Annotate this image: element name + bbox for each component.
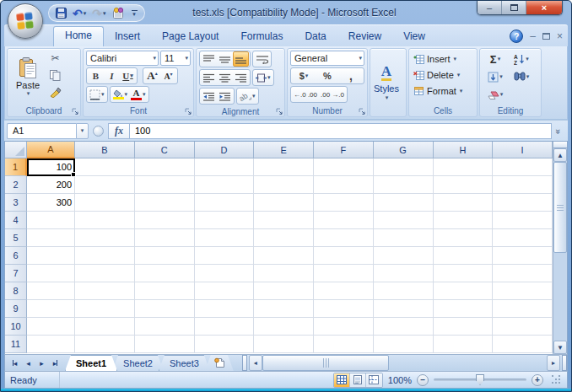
cell-A4[interactable] xyxy=(27,212,75,229)
fill-button[interactable]: ▾ xyxy=(483,69,508,84)
cell-C2[interactable] xyxy=(135,176,195,194)
next-sheet-button[interactable]: ▸ xyxy=(35,357,48,369)
insert-function-button[interactable]: fx xyxy=(108,123,130,139)
cell-D5[interactable] xyxy=(195,229,255,247)
cell-G11[interactable] xyxy=(374,336,434,353)
row-header-3[interactable]: 3 xyxy=(5,194,27,212)
workbook-minimize-button[interactable]: – xyxy=(530,31,536,41)
fill-color-button[interactable]: ▾ xyxy=(111,87,130,102)
cell-G10[interactable] xyxy=(374,318,434,336)
cell-I4[interactable] xyxy=(493,212,553,229)
column-header-E[interactable]: E xyxy=(254,142,314,158)
cell-H1[interactable] xyxy=(434,158,494,176)
cell-D2[interactable] xyxy=(195,176,255,194)
scroll-left-button[interactable]: ◂ xyxy=(249,355,262,371)
tab-view[interactable]: View xyxy=(392,27,436,46)
name-box[interactable]: A1 xyxy=(7,123,76,139)
comma-format-button[interactable]: , xyxy=(343,68,359,83)
cell-F7[interactable] xyxy=(314,265,374,282)
middle-align-button[interactable] xyxy=(217,51,233,67)
column-header-D[interactable]: D xyxy=(195,142,255,158)
expand-formula-bar-button[interactable]: » xyxy=(552,123,565,139)
insert-cells-button[interactable]: Insert ▾ xyxy=(412,51,474,67)
cell-B3[interactable] xyxy=(75,194,135,212)
clear-dropdown[interactable]: ▾ xyxy=(500,91,504,98)
normal-view-button[interactable] xyxy=(334,373,350,387)
cell-H7[interactable] xyxy=(434,265,494,282)
merge-center-button[interactable]: ▾ xyxy=(254,70,273,85)
row-header-10[interactable]: 10 xyxy=(5,318,27,336)
cell-G3[interactable] xyxy=(374,194,434,212)
font-name-select[interactable]: Calibri ▾ xyxy=(86,51,159,66)
find-select-dropdown[interactable]: ▾ xyxy=(526,73,530,80)
cell-I7[interactable] xyxy=(493,265,553,282)
font-size-select[interactable]: 11 ▾ xyxy=(160,51,191,66)
cell-B10[interactable] xyxy=(75,318,135,336)
insert-dropdown[interactable]: ▾ xyxy=(454,56,457,62)
clipboard-dialog-launcher[interactable] xyxy=(72,108,79,115)
cell-I9[interactable] xyxy=(493,300,553,318)
horizontal-scroll-track[interactable] xyxy=(389,355,547,371)
font-color-dropdown[interactable]: ▾ xyxy=(143,91,146,98)
copy-button[interactable] xyxy=(47,67,63,83)
cell-H10[interactable] xyxy=(434,318,494,336)
undo-dropdown[interactable]: ▾ xyxy=(84,10,87,17)
cell-H11[interactable] xyxy=(434,336,494,353)
cell-B4[interactable] xyxy=(75,212,135,229)
cell-F11[interactable] xyxy=(314,336,374,353)
page-break-view-button[interactable] xyxy=(366,373,382,387)
cell-I8[interactable] xyxy=(493,282,553,300)
top-align-button[interactable] xyxy=(201,51,217,67)
number-format-select[interactable]: General ▾ xyxy=(290,51,364,66)
cell-C1[interactable] xyxy=(135,158,195,176)
tab-insert[interactable]: Insert xyxy=(104,27,151,46)
sheet-tab-sheet3[interactable]: Sheet3 xyxy=(159,355,210,371)
cell-E7[interactable] xyxy=(254,265,314,282)
zoom-in-button[interactable]: + xyxy=(532,374,543,386)
cell-D9[interactable] xyxy=(195,300,255,318)
row-header-2[interactable]: 2 xyxy=(5,176,27,194)
cell-G8[interactable] xyxy=(374,282,434,300)
borders-dropdown[interactable]: ▾ xyxy=(101,91,105,98)
insert-worksheet-button[interactable] xyxy=(205,355,234,371)
cell-E8[interactable] xyxy=(254,282,314,300)
horizontal-scroll-thumb[interactable] xyxy=(262,355,389,371)
delete-dropdown[interactable]: ▾ xyxy=(457,72,461,78)
cell-C5[interactable] xyxy=(135,229,195,247)
vertical-scroll-thumb[interactable] xyxy=(553,162,567,253)
cut-button[interactable]: ✂ xyxy=(47,51,63,66)
tab-home[interactable]: Home xyxy=(53,26,104,46)
cell-F5[interactable] xyxy=(314,229,374,247)
cell-A3[interactable]: 300 xyxy=(27,194,75,212)
cell-B2[interactable] xyxy=(75,176,135,194)
cell-F4[interactable] xyxy=(314,212,374,229)
wrap-text-button[interactable] xyxy=(254,51,270,67)
cell-C10[interactable] xyxy=(135,318,195,336)
increase-indent-button[interactable] xyxy=(217,89,233,104)
row-header-9[interactable]: 9 xyxy=(5,300,27,318)
zoom-out-button[interactable]: – xyxy=(417,374,429,386)
sheet-tab-sheet2[interactable]: Sheet2 xyxy=(112,355,164,371)
merge-dropdown[interactable]: ▾ xyxy=(267,74,271,81)
page-layout-view-button[interactable] xyxy=(350,373,366,387)
cell-B11[interactable] xyxy=(75,336,135,353)
cell-G9[interactable] xyxy=(374,300,434,318)
tab-formulas[interactable]: Formulas xyxy=(229,27,294,46)
increase-decimal-button[interactable]: ←.0 .00 xyxy=(292,87,319,102)
cell-E3[interactable] xyxy=(254,194,314,212)
resize-grip[interactable] xyxy=(552,375,562,385)
cell-D11[interactable] xyxy=(195,336,255,353)
scroll-right-button[interactable]: ▸ xyxy=(547,355,560,371)
decrease-decimal-button[interactable]: .00 →.0 xyxy=(319,87,346,102)
cell-G4[interactable] xyxy=(374,212,434,229)
formula-bar-splitter[interactable] xyxy=(93,126,104,137)
currency-format-button[interactable]: $▾ xyxy=(296,68,312,83)
cell-D6[interactable] xyxy=(195,247,255,265)
vertical-scroll-track[interactable] xyxy=(553,253,567,341)
underline-dropdown[interactable]: ▾ xyxy=(130,72,133,79)
undo-button[interactable]: ↶ ▾ xyxy=(71,6,88,21)
zoom-slider-track[interactable] xyxy=(434,379,526,381)
cell-G1[interactable] xyxy=(374,158,434,176)
select-all-button[interactable] xyxy=(5,142,27,158)
cell-H2[interactable] xyxy=(434,176,494,194)
